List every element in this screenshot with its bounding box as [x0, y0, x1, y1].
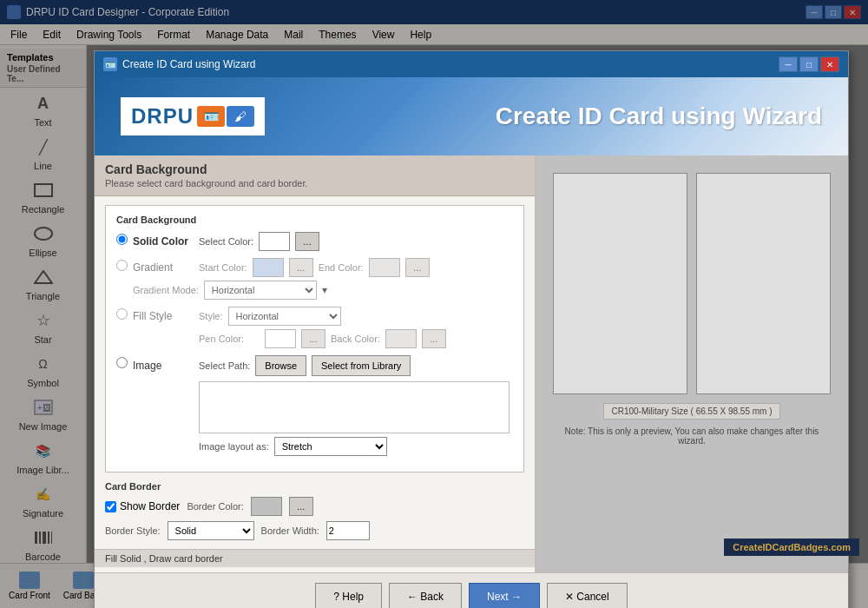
section-title: Card Background: [105, 162, 524, 176]
image-radio[interactable]: [116, 357, 128, 368]
status-bar: Fill Solid , Draw card border: [95, 549, 535, 567]
gradient-mode-select[interactable]: Horizontal Vertical Diagonal: [204, 281, 317, 300]
border-style-select[interactable]: Solid Dashed Dotted: [168, 521, 254, 540]
watermark-text: CreateIDCardBadges.com: [733, 542, 851, 552]
modal-title-left: 🪪 Create ID Card using Wizard: [103, 57, 255, 71]
select-color-label: Select Color:: [199, 236, 253, 247]
gradient-top-row: Gradient Start Color: … End Color: …: [133, 258, 513, 277]
fill-style-row: Fill Style Style: Horizontal Vertical Pe…: [116, 307, 513, 348]
pen-color-box[interactable]: [265, 329, 296, 348]
form-group-title: Card Background: [116, 215, 513, 225]
border-style-label: Border Style:: [105, 525, 161, 536]
back-button[interactable]: ← Back: [389, 583, 462, 609]
border-color-box[interactable]: [251, 497, 282, 516]
fill-style-content: Fill Style Style: Horizontal Vertical Pe…: [133, 307, 513, 348]
logo-icons: 🪪 🖌: [197, 106, 254, 127]
show-border-row: Show Border Border Color: …: [105, 497, 524, 516]
section-subtitle: Please select card background and card b…: [105, 178, 524, 188]
section-header: Card Background Please select card backg…: [95, 155, 535, 196]
modal-title: Create ID Card using Wizard: [122, 58, 255, 70]
solid-color-box[interactable]: [259, 232, 290, 251]
image-top-row: Image Select Path: Browse Select from Li…: [133, 355, 513, 376]
solid-color-inline: Solid Color Select Color: …: [133, 232, 513, 251]
fill-style-color-row: Pen Color: … Back Color: …: [133, 329, 513, 348]
logo-icon-2: 🖌: [227, 106, 254, 127]
modal-controls: ─ □ ✕: [779, 56, 839, 72]
image-layout-label: Image layout as:: [199, 441, 269, 452]
gradient-radio[interactable]: [116, 260, 128, 271]
gradient-content: Gradient Start Color: … End Color: … Gra…: [133, 258, 513, 300]
gradient-mode-label: Gradient Mode:: [133, 285, 199, 295]
image-content: Image Select Path: Browse Select from Li…: [133, 355, 513, 456]
card-border-title: Card Border: [105, 481, 524, 492]
modal-title-bar: 🪪 Create ID Card using Wizard ─ □ ✕: [95, 51, 848, 77]
image-layout-row: Image layout as: Stretch Tile Center: [199, 437, 513, 456]
preview-card-front: [553, 173, 687, 394]
back-color-label: Back Color:: [331, 334, 380, 344]
cancel-button[interactable]: ✕ Cancel: [547, 583, 628, 609]
image-preview-area: [199, 381, 510, 433]
logo-text: DRPU: [131, 104, 194, 129]
modal-close-button[interactable]: ✕: [820, 56, 839, 72]
fill-style-top-row: Fill Style Style: Horizontal Vertical: [133, 307, 513, 326]
preview-card-back: [696, 173, 831, 394]
select-path-label: Select Path:: [199, 360, 250, 371]
gradient-label: Gradient: [133, 261, 194, 274]
start-color-label: Start Color:: [199, 262, 247, 273]
start-color-box[interactable]: [253, 258, 284, 277]
next-button[interactable]: Next →: [469, 583, 540, 609]
solid-color-content: Solid Color Select Color: …: [133, 232, 513, 251]
solid-color-row: Solid Color Select Color: …: [116, 232, 513, 251]
fill-style-select[interactable]: Horizontal Vertical: [228, 307, 341, 326]
watermark-badge: CreateIDCardBadges.com: [724, 539, 859, 556]
border-width-label: Border Width:: [261, 525, 319, 536]
wizard-modal: 🪪 Create ID Card using Wizard ─ □ ✕ DRPU…: [94, 50, 849, 608]
help-button[interactable]: ? Help: [315, 583, 382, 609]
gradient-row: Gradient Start Color: … End Color: … Gra…: [116, 258, 513, 300]
fill-style-radio[interactable]: [116, 308, 128, 320]
solid-color-radio[interactable]: [116, 234, 128, 245]
wizard-header-title: Create ID Card using Wizard: [496, 102, 822, 130]
browse-button[interactable]: Browse: [255, 355, 306, 376]
style-label: Style:: [199, 311, 223, 321]
wizard-preview: CR100-Military Size ( 66.55 X 98.55 mm )…: [536, 155, 848, 572]
preview-cards-container: [553, 173, 831, 394]
end-color-box[interactable]: [369, 258, 400, 277]
wizard-header: DRPU 🪪 🖌 Create ID Card using Wizard: [95, 77, 848, 155]
image-row: Image Select Path: Browse Select from Li…: [116, 355, 513, 456]
border-color-btn[interactable]: …: [289, 497, 313, 516]
end-color-btn[interactable]: …: [405, 258, 430, 277]
wizard-footer: ? Help ← Back Next → ✕ Cancel: [95, 572, 848, 608]
gradient-mode-row: Gradient Mode: Horizontal Vertical Diago…: [133, 281, 513, 300]
solid-color-label: Solid Color: [133, 235, 194, 248]
image-layout-select[interactable]: Stretch Tile Center: [274, 437, 387, 456]
back-color-btn[interactable]: …: [422, 329, 446, 348]
border-width-input[interactable]: [326, 521, 370, 540]
preview-note: Note: This is only a preview, You can al…: [553, 426, 831, 446]
modal-overlay: 🪪 Create ID Card using Wizard ─ □ ✕ DRPU…: [0, 0, 868, 608]
drpu-logo: DRPU 🪪 🖌: [121, 97, 265, 135]
back-color-box[interactable]: [385, 329, 417, 348]
show-border-checkbox-group: Show Border: [105, 500, 180, 512]
show-border-checkbox[interactable]: [105, 501, 116, 512]
fill-style-label: Fill Style: [133, 310, 194, 322]
wizard-form: Card Background Please select card backg…: [95, 155, 536, 572]
card-border-section: Card Border Show Border Border Color: … …: [105, 481, 524, 540]
start-color-btn[interactable]: …: [289, 258, 313, 277]
show-border-label: Show Border: [120, 500, 180, 512]
logo-icon-1: 🪪: [197, 106, 225, 127]
pen-color-label: Pen Color:: [199, 334, 260, 344]
end-color-label: End Color:: [319, 262, 364, 273]
modal-maximize-button[interactable]: □: [799, 56, 819, 72]
pen-color-btn[interactable]: …: [301, 329, 326, 348]
status-text: Fill Solid , Draw card border: [105, 553, 223, 564]
select-from-library-button[interactable]: Select from Library: [312, 355, 411, 376]
image-label: Image: [133, 360, 194, 372]
card-background-group: Card Background Solid Color Select Color…: [105, 205, 524, 473]
wizard-icon: 🪪: [103, 57, 117, 71]
card-size-label: CR100-Military Size ( 66.55 X 98.55 mm ): [603, 403, 779, 420]
solid-color-picker-btn[interactable]: …: [295, 232, 319, 251]
border-color-label: Border Color:: [187, 501, 243, 512]
border-style-row: Border Style: Solid Dashed Dotted Border…: [105, 521, 524, 540]
modal-minimize-button[interactable]: ─: [779, 56, 798, 72]
